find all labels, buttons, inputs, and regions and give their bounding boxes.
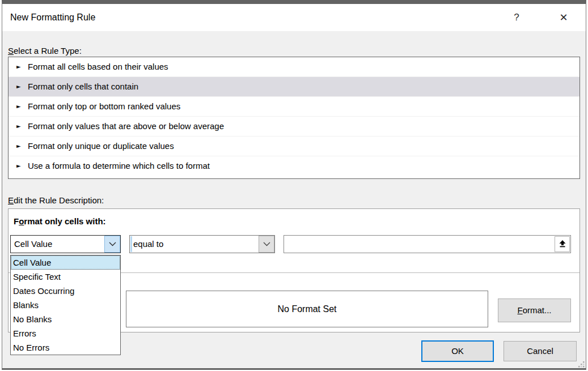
dropdown-item[interactable]: No Blanks (11, 312, 120, 326)
collapse-dialog-icon[interactable] (555, 236, 570, 252)
rule-type-label: Format only values that are above or bel… (28, 121, 224, 131)
rule-type-item[interactable]: ► Use a formula to determine which cells… (9, 156, 579, 176)
resize-grip-icon[interactable] (578, 360, 585, 368)
chevron-down-icon[interactable] (104, 236, 120, 253)
dialog-title: New Formatting Rule (10, 4, 95, 31)
rule-type-label: Use a formula to determine which cells t… (28, 161, 210, 170)
select-rule-type-label: Select a Rule Type: (8, 46, 82, 56)
dropdown-item[interactable]: No Errors (11, 340, 120, 355)
dropdown-item[interactable]: Blanks (11, 298, 120, 312)
rule-type-label: Format only unique or duplicate values (28, 141, 174, 151)
operator-combobox[interactable]: equal to (129, 235, 275, 253)
combobox-value: Cell Value (11, 236, 104, 253)
rule-bullet-icon: ► (16, 137, 21, 156)
rule-bullet-icon: ► (16, 57, 21, 76)
ok-button[interactable]: OK (421, 340, 494, 362)
dropdown-item-selected[interactable]: Cell Value (11, 255, 120, 270)
rule-type-item-selected[interactable]: ► Format only cells that contain (9, 77, 579, 97)
rule-type-list: ► Format all cells based on their values… (8, 57, 580, 179)
cell-value-dropdown-list: Cell Value Specific Text Dates Occurring… (10, 255, 121, 355)
rule-type-item[interactable]: ► Format only top or bottom ranked value… (9, 97, 579, 117)
title-bar[interactable]: New Formatting Rule ? ✕ (2, 4, 586, 31)
combobox-value: equal to (132, 236, 259, 253)
rule-type-label: Format only cells that contain (28, 82, 138, 91)
dropdown-item[interactable]: Specific Text (11, 270, 120, 284)
new-formatting-rule-dialog: New Formatting Rule ? ✕ Select a Rule Ty… (0, 0, 588, 371)
edit-rule-description-label: Edit the Rule Description: (8, 195, 104, 205)
dropdown-item[interactable]: Errors (11, 326, 120, 340)
rule-bullet-icon: ► (16, 97, 21, 116)
cancel-button[interactable]: Cancel (504, 341, 577, 361)
rule-type-item[interactable]: ► Format all cells based on their values (9, 57, 579, 77)
dialog-window: New Formatting Rule ? ✕ Select a Rule Ty… (2, 0, 586, 370)
cell-value-type-combobox[interactable]: Cell Value (10, 235, 121, 253)
rule-type-item[interactable]: ► Format only unique or duplicate values (9, 137, 579, 156)
rule-bullet-icon: ► (16, 156, 21, 176)
rule-type-item[interactable]: ► Format only values that are above or b… (9, 117, 579, 137)
rule-type-label: Format only top or bottom ranked values (28, 101, 180, 111)
format-preview: No Format Set (126, 291, 488, 327)
comparison-value-input[interactable] (284, 235, 571, 253)
close-icon[interactable]: ✕ (552, 4, 576, 31)
help-icon[interactable]: ? (505, 4, 528, 31)
rule-type-label: Format all cells based on their values (28, 62, 168, 71)
format-only-cells-with-label: Format only cells with: (14, 216, 106, 226)
rule-bullet-icon: ► (16, 117, 21, 136)
dropdown-item[interactable]: Dates Occurring (11, 284, 120, 298)
rule-bullet-icon: ► (16, 77, 21, 96)
chevron-down-icon[interactable] (259, 236, 274, 253)
format-button[interactable]: Format... (498, 298, 571, 322)
